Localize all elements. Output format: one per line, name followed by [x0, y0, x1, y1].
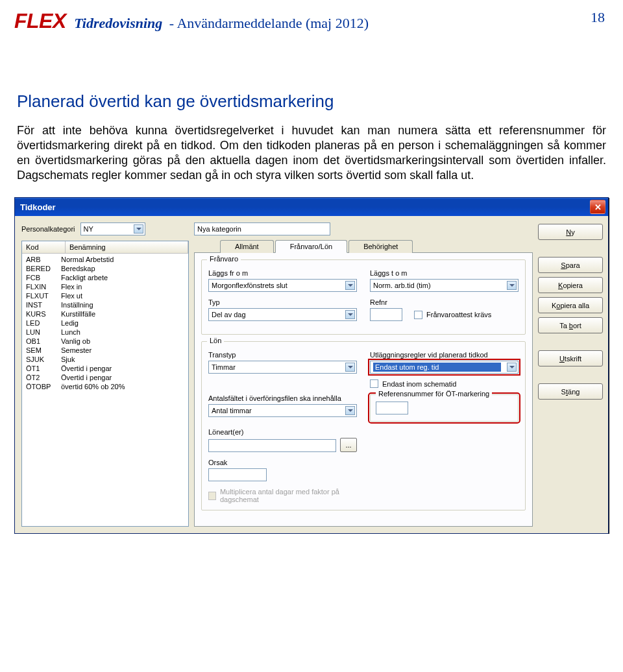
col-benamning[interactable]: Benämning — [66, 241, 188, 253]
list-item[interactable]: ARBNormal Arbetstid — [22, 255, 188, 264]
transtyp-value: Timmar — [212, 363, 236, 371]
list-item-benamning: Semester — [61, 346, 184, 354]
tabs: Allmänt Frånvaro/Lön Behörighet — [220, 240, 533, 253]
header-title: Tidredovisning — [74, 15, 162, 31]
laggs-tom-label: Läggs t o m — [370, 269, 519, 277]
list-item[interactable]: SEMSemester — [22, 346, 188, 355]
list-item-benamning: Vanlig ob — [61, 337, 184, 345]
list-item-kod: ÖT1 — [26, 365, 61, 372]
multiplicera-checkbox: Multiplicera antal dagar med faktor på d… — [208, 488, 364, 503]
page-header: FLEX Tidredovisning - Användarmeddelande… — [0, 0, 623, 33]
kopiera-alla-button[interactable]: Kopiera alla — [538, 297, 603, 313]
list-item-benamning: Sjuk — [61, 355, 184, 363]
list-item-kod: ÖT2 — [26, 374, 61, 381]
personalkategori-combo[interactable]: NY — [80, 222, 145, 235]
list-item[interactable]: ÖTOBPövertid 60% ob 20% — [22, 382, 188, 391]
personalkategori-label: Personalkategori — [21, 225, 75, 233]
list-item-benamning: Kurstillfälle — [61, 310, 184, 318]
list-item-kod: LUN — [26, 328, 61, 336]
page-number: 18 — [591, 9, 605, 26]
list-item-benamning: Övertid i pengar — [61, 365, 184, 372]
lonearter-input[interactable] — [208, 439, 336, 452]
typ-value: Del av dag — [212, 311, 246, 318]
franvaroattest-label: Frånvaroattest krävs — [426, 311, 491, 318]
kopiera-button[interactable]: Kopiera — [538, 277, 603, 293]
laggs-tom-combo[interactable]: Norm. arb.tid (tim) — [370, 279, 519, 292]
close-icon[interactable]: ✕ — [590, 200, 605, 214]
utskrift-button[interactable]: Utskrift — [538, 350, 603, 366]
refnr-input[interactable] — [370, 308, 402, 321]
list-item-benamning: övertid 60% ob 20% — [61, 383, 184, 390]
utlagg-combo[interactable]: Endast utom reg. tid — [370, 361, 519, 374]
category-name-value: Nya kategorin — [197, 225, 241, 233]
list-item-kod: SJUK — [26, 355, 61, 363]
list-item[interactable]: LUNLunch — [22, 328, 188, 337]
endast-schematid-label: Endast inom schematid — [382, 380, 456, 388]
typ-combo[interactable]: Del av dag — [208, 308, 357, 321]
list-item[interactable]: LEDLedig — [22, 318, 188, 328]
franvaroattest-checkbox[interactable]: Frånvaroattest krävs — [414, 311, 491, 319]
endast-schematid-checkbox[interactable]: Endast inom schematid — [370, 379, 519, 388]
list-item-benamning: Beredskap — [61, 265, 184, 272]
list-item-kod: OB1 — [26, 337, 61, 345]
refnr-ot-input[interactable] — [376, 402, 408, 414]
laggs-tom-value: Norm. arb.tid (tim) — [373, 282, 431, 289]
multiplicera-label: Multiplicera antal dagar med faktor på d… — [220, 488, 364, 503]
list-item[interactable]: BEREDBeredskap — [22, 264, 188, 273]
orsak-input[interactable] — [208, 468, 267, 481]
tab-behorighet[interactable]: Behörighet — [348, 240, 413, 253]
lonearter-label: Löneart(er) — [208, 428, 357, 436]
franvaro-group: Frånvaro Läggs fr o m Morgonflexfönstret… — [201, 259, 526, 335]
orsak-label: Orsak — [208, 459, 286, 466]
center-column: Nya kategorin Allmänt Frånvaro/Lön Behör… — [194, 222, 533, 527]
list-item[interactable]: FLXUTFlex ut — [22, 291, 188, 300]
list-item-benamning: Fackligt arbete — [61, 274, 184, 282]
tab-panel-franvaro-lon: Frånvaro Läggs fr o m Morgonflexfönstret… — [194, 252, 533, 527]
list-item-benamning: Lunch — [61, 328, 184, 336]
list-item[interactable]: SJUKSjuk — [22, 355, 188, 364]
utlagg-value: Endast utom reg. tid — [373, 363, 501, 372]
utlagg-label: Utläggningsregler vid planerad tidkod — [370, 351, 519, 359]
titlebar[interactable]: Tidkoder ✕ — [15, 198, 608, 216]
list-header: Kod Benämning — [22, 241, 188, 254]
section-title: Planerad övertid kan ge övertidsmarkerin… — [17, 91, 606, 112]
transtyp-combo[interactable]: Timmar — [208, 361, 357, 374]
spara-button[interactable]: Spara — [538, 257, 603, 273]
laggs-from-label: Läggs fr o m — [208, 269, 357, 277]
list-item-kod: LED — [26, 319, 61, 327]
flex-logo: FLEX — [14, 9, 66, 33]
lon-group: Lön Transtyp Timmar Utläggningsregler vi… — [201, 341, 526, 510]
list-item-kod: KURS — [26, 310, 61, 318]
ta-bort-button[interactable]: Ta bort — [538, 317, 603, 333]
antals-combo[interactable]: Antal timmar — [208, 404, 357, 417]
transtyp-label: Transtyp — [208, 351, 357, 359]
list-item-benamning: Flex in — [61, 283, 184, 291]
stang-button[interactable]: Stäng — [538, 383, 603, 400]
tidkod-list[interactable]: Kod Benämning ARBNormal ArbetstidBEREDBe… — [21, 241, 189, 527]
lonearter-browse-button[interactable]: ... — [340, 438, 357, 452]
list-item-benamning: Övertid i pengar — [61, 374, 184, 381]
list-item[interactable]: KURSKurstillfälle — [22, 309, 188, 318]
tab-franvaro-lon[interactable]: Frånvaro/Lön — [275, 240, 347, 253]
personalkategori-value: NY — [84, 225, 93, 233]
ny-button[interactable]: Ny — [538, 224, 603, 240]
list-item-kod: FLXUT — [26, 292, 61, 300]
list-item-benamning: Flex ut — [61, 292, 184, 300]
laggs-from-combo[interactable]: Morgonflexfönstrets slut — [208, 279, 357, 292]
left-column: Personalkategori NY Kod Benämning ARBNor… — [21, 222, 189, 527]
list-item[interactable]: ÖT2Övertid i pengar — [22, 373, 188, 382]
list-item-benamning: Inställning — [61, 301, 184, 309]
list-item[interactable]: OB1Vanlig ob — [22, 337, 188, 346]
list-item-benamning: Normal Arbetstid — [61, 256, 184, 263]
refnr-ot-group: Referensnummer för ÖT-markering — [370, 394, 519, 422]
list-item[interactable]: ÖT1Övertid i pengar — [22, 364, 188, 373]
antals-value: Antal timmar — [212, 407, 252, 414]
list-item[interactable]: FCBFackligt arbete — [22, 273, 188, 282]
tab-allmant[interactable]: Allmänt — [220, 240, 274, 253]
list-item[interactable]: FLXINFlex in — [22, 282, 188, 291]
tidkoder-dialog: Tidkoder ✕ Personalkategori NY Kod Benäm… — [14, 197, 609, 534]
col-kod[interactable]: Kod — [22, 241, 66, 253]
refnr-ot-legend: Referensnummer för ÖT-markering — [376, 390, 492, 398]
list-item[interactable]: INSTInställning — [22, 300, 188, 309]
category-name-input[interactable]: Nya kategorin — [194, 222, 330, 235]
